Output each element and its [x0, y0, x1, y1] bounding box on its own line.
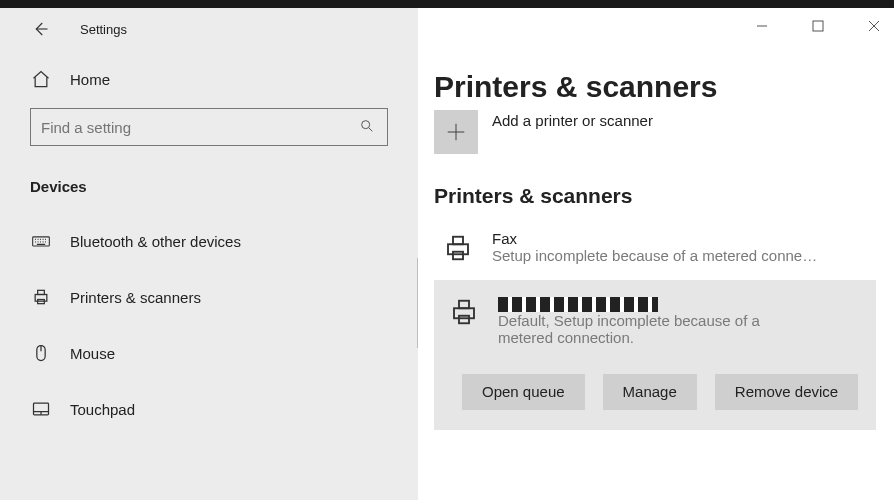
close-button[interactable] [860, 12, 888, 40]
plus-tile [434, 110, 478, 154]
svg-point-0 [362, 121, 370, 129]
sidebar-group-label: Devices [0, 168, 418, 213]
mouse-icon [30, 342, 52, 364]
printer-icon [440, 230, 476, 266]
page-title: Printers & scanners [434, 70, 876, 104]
svg-rect-7 [813, 21, 823, 31]
sidebar-item-label: Mouse [70, 345, 115, 362]
home-icon [30, 68, 52, 90]
back-arrow-icon[interactable] [30, 19, 50, 39]
svg-rect-2 [35, 295, 47, 302]
sidebar-item-label: Bluetooth & other devices [70, 233, 241, 250]
settings-window: Settings Home Devices Bluetooth & other … [0, 8, 894, 500]
remove-device-button[interactable]: Remove device [715, 374, 858, 410]
svg-rect-10 [453, 252, 463, 260]
svg-rect-8 [448, 244, 468, 254]
sidebar: Settings Home Devices Bluetooth & other … [0, 8, 418, 500]
search-icon [359, 118, 377, 136]
app-title: Settings [80, 22, 127, 37]
svg-rect-13 [459, 316, 469, 324]
window-top-border [0, 0, 894, 8]
sidebar-item-bluetooth[interactable]: Bluetooth & other devices [0, 213, 418, 269]
svg-rect-3 [38, 290, 45, 294]
device-name: Fax [492, 230, 872, 247]
sidebar-home-label: Home [70, 71, 110, 88]
search-box[interactable] [30, 108, 388, 146]
device-subtitle: Setup incomplete because of a metered co… [492, 247, 854, 264]
device-name-redacted [498, 294, 866, 312]
sidebar-item-mouse[interactable]: Mouse [0, 325, 418, 381]
search-container [0, 108, 418, 146]
device-action-row: Open queue Manage Remove device [462, 374, 866, 410]
sidebar-item-label: Touchpad [70, 401, 135, 418]
search-input[interactable] [41, 119, 359, 136]
printer-icon [446, 294, 482, 330]
touchpad-icon [30, 398, 52, 420]
sidebar-item-label: Printers & scanners [70, 289, 201, 306]
open-queue-button[interactable]: Open queue [462, 374, 585, 410]
printer-icon [30, 286, 52, 308]
svg-rect-11 [454, 308, 474, 318]
content-pane: Printers & scanners Add a printer or sca… [418, 8, 894, 500]
keyboard-icon [30, 230, 52, 252]
device-row-selected[interactable]: Default, Setup incomplete because of a m… [434, 280, 876, 430]
svg-rect-9 [453, 237, 463, 245]
maximize-button[interactable] [804, 12, 832, 40]
sidebar-header: Settings [0, 8, 418, 50]
device-text: Default, Setup incomplete because of a m… [498, 294, 866, 346]
sidebar-home[interactable]: Home [0, 50, 418, 108]
device-text: Fax Setup incomplete because of a metere… [492, 230, 872, 264]
manage-button[interactable]: Manage [603, 374, 697, 410]
window-controls [748, 12, 888, 40]
device-subtitle: Default, Setup incomplete because of a m… [498, 312, 818, 346]
add-printer-label: Add a printer or scanner [492, 110, 653, 129]
device-row-fax[interactable]: Fax Setup incomplete because of a metere… [434, 222, 876, 274]
sidebar-item-touchpad[interactable]: Touchpad [0, 381, 418, 437]
add-printer-row[interactable]: Add a printer or scanner [434, 110, 876, 154]
svg-rect-12 [459, 301, 469, 309]
minimize-button[interactable] [748, 12, 776, 40]
section-title: Printers & scanners [434, 184, 876, 208]
sidebar-item-printers[interactable]: Printers & scanners [0, 269, 418, 325]
